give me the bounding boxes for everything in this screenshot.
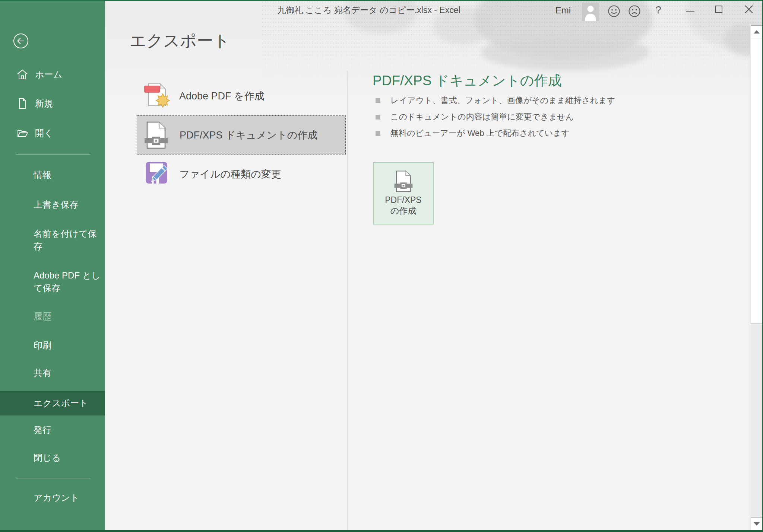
option-label: ファイルの種類の変更 bbox=[179, 168, 281, 181]
change-file-type-icon bbox=[143, 160, 179, 189]
background-cloud bbox=[481, 34, 649, 71]
sidebar-item-label: 新規 bbox=[35, 98, 53, 109]
frowny-icon bbox=[628, 5, 641, 17]
sidebar-item-new[interactable]: 新規 bbox=[16, 96, 53, 111]
sidebar-item-label: エクスポート bbox=[34, 397, 88, 409]
scroll-up-button[interactable] bbox=[751, 25, 762, 38]
feature-bullet-list: レイアウト、書式、フォント、画像がそのまま維持されます このドキュメントの内容は… bbox=[373, 92, 615, 141]
sidebar-item-account[interactable]: アカウント bbox=[34, 491, 105, 504]
maximize-button[interactable] bbox=[710, 1, 728, 18]
create-pdf-xps-button[interactable]: PDF/XPS の作成 bbox=[373, 162, 434, 224]
option-create-adobe-pdf[interactable]: Adobe PDF を作成 bbox=[137, 76, 346, 115]
backstage-sidebar: ホーム 新規 開く 情報 上書き保存 名前を付けて保存 Adobe PDF とし… bbox=[0, 0, 105, 532]
feedback-frown-button[interactable] bbox=[628, 5, 641, 17]
bullet-text: このドキュメントの内容は簡単に変更できません bbox=[390, 111, 574, 122]
bullet-square-icon bbox=[376, 131, 380, 136]
page-title: エクスポート bbox=[130, 30, 230, 52]
help-button[interactable]: ? bbox=[653, 4, 664, 16]
sidebar-item-label: ホーム bbox=[35, 69, 62, 80]
pdf-xps-document-icon bbox=[394, 169, 413, 195]
bullet-item: このドキュメントの内容は簡単に変更できません bbox=[373, 109, 615, 125]
sidebar-item-close[interactable]: 閉じる bbox=[34, 452, 105, 464]
maximize-icon bbox=[715, 5, 723, 13]
sidebar-item-save-as[interactable]: 名前を付けて保存 bbox=[34, 227, 105, 253]
pane-divider bbox=[347, 71, 348, 530]
sidebar-item-save[interactable]: 上書き保存 bbox=[34, 198, 105, 211]
person-icon bbox=[582, 3, 599, 21]
option-create-pdf-xps[interactable]: PDF/XPS ドキュメントの作成 bbox=[137, 115, 346, 154]
bullet-square-icon bbox=[376, 115, 380, 120]
option-label: Adobe PDF を作成 bbox=[179, 89, 265, 103]
pdf-xps-document-icon bbox=[144, 121, 180, 150]
bullet-square-icon bbox=[376, 98, 380, 103]
window-border-bottom bbox=[0, 530, 763, 532]
close-button[interactable] bbox=[740, 1, 758, 18]
adobe-pdf-document-icon bbox=[143, 81, 179, 111]
button-label-line2: の作成 bbox=[390, 206, 417, 216]
option-label: PDF/XPS ドキュメントの作成 bbox=[180, 128, 317, 142]
minimize-icon bbox=[686, 5, 695, 14]
triangle-down-icon bbox=[754, 522, 760, 526]
bullet-item: レイアウト、書式、フォント、画像がそのまま維持されます bbox=[373, 92, 615, 109]
triangle-up-icon bbox=[754, 30, 760, 34]
sidebar-item-publish[interactable]: 発行 bbox=[34, 424, 105, 436]
sidebar-item-share[interactable]: 共有 bbox=[34, 367, 105, 379]
excel-backstage-window: 九御礼 こころ 宛名データ のコピー.xlsx - Excel Emi ? bbox=[0, 0, 763, 532]
minimize-button[interactable] bbox=[681, 1, 700, 18]
account-user-name[interactable]: Emi bbox=[540, 5, 571, 16]
back-button[interactable] bbox=[13, 33, 29, 49]
open-folder-icon bbox=[16, 127, 28, 139]
sidebar-item-label: 開く bbox=[35, 127, 53, 139]
close-icon bbox=[744, 5, 753, 14]
smiley-icon bbox=[608, 5, 620, 17]
vertical-scrollbar[interactable] bbox=[750, 25, 762, 532]
new-document-icon bbox=[16, 98, 28, 109]
feedback-smile-button[interactable] bbox=[608, 5, 620, 17]
home-icon bbox=[16, 69, 28, 80]
sidebar-item-export[interactable]: エクスポート bbox=[0, 391, 105, 415]
scroll-down-button[interactable] bbox=[751, 517, 762, 531]
sidebar-divider bbox=[16, 478, 90, 478]
sidebar-item-print[interactable]: 印刷 bbox=[34, 339, 105, 352]
user-avatar[interactable] bbox=[582, 3, 599, 21]
window-title: 九御礼 こころ 宛名データ のコピー.xlsx - Excel bbox=[265, 4, 473, 16]
sidebar-item-open[interactable]: 開く bbox=[16, 125, 53, 141]
sidebar-divider bbox=[16, 154, 90, 154]
sidebar-item-home[interactable]: ホーム bbox=[16, 67, 62, 82]
sidebar-item-save-as-adobe-pdf[interactable]: Adobe PDF として保存 bbox=[34, 269, 105, 294]
bullet-item: 無料のビューアーが Web 上で配布されています bbox=[373, 125, 615, 141]
sidebar-item-history: 履歴 bbox=[34, 310, 105, 323]
bullet-text: レイアウト、書式、フォント、画像がそのまま維持されます bbox=[390, 95, 615, 106]
detail-heading: PDF/XPS ドキュメントの作成 bbox=[373, 71, 562, 90]
sidebar-item-info[interactable]: 情報 bbox=[34, 169, 105, 181]
window-border-top bbox=[0, 0, 763, 1]
scrollbar-thumb[interactable] bbox=[751, 38, 762, 324]
button-label-line1: PDF/XPS bbox=[385, 195, 421, 206]
back-arrow-icon bbox=[13, 33, 29, 49]
option-change-file-type[interactable]: ファイルの種類の変更 bbox=[137, 154, 346, 194]
bullet-text: 無料のビューアーが Web 上で配布されています bbox=[390, 128, 570, 139]
